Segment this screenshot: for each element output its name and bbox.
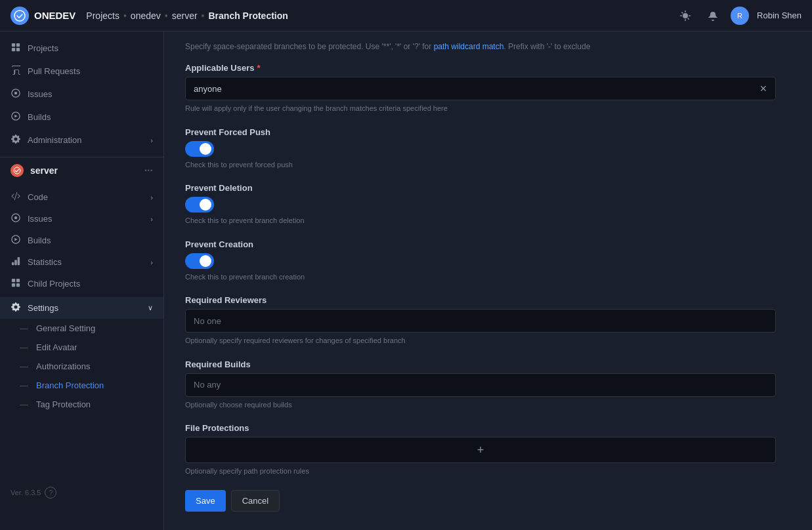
sidebar-item-settings[interactable]: Settings ∨ bbox=[0, 297, 163, 319]
sidebar-item-projects[interactable]: Projects bbox=[0, 37, 163, 60]
top-nav-actions: R Robin Shen bbox=[675, 6, 801, 26]
issues-chevron: › bbox=[150, 215, 153, 223]
svg-rect-12 bbox=[12, 279, 15, 282]
add-file-protection-button[interactable]: + bbox=[471, 441, 490, 459]
sidebar-item-issues-project[interactable]: Issues › bbox=[0, 208, 163, 230]
code-icon bbox=[11, 192, 21, 203]
sidebar-item-label: Statistics bbox=[28, 257, 62, 267]
save-button[interactable]: Save bbox=[185, 490, 226, 512]
sidebar-item-child-projects[interactable]: Child Projects bbox=[0, 273, 163, 295]
breadcrumb-sep-2: • bbox=[165, 10, 168, 21]
svg-rect-13 bbox=[16, 279, 20, 282]
sidebar-item-code[interactable]: Code › bbox=[0, 186, 163, 208]
sidebar-item-label: Code bbox=[28, 192, 48, 202]
sidebar-item-builds[interactable]: Builds bbox=[0, 106, 163, 129]
builds-icon bbox=[11, 112, 21, 123]
settings-branch-protection[interactable]: — Branch Protection bbox=[0, 376, 163, 395]
sidebar-item-issues[interactable]: Issues bbox=[0, 83, 163, 106]
breadcrumb-current: Branch Protection bbox=[209, 10, 288, 21]
prevent-forced-push-hint: Check this to prevent forced push bbox=[185, 159, 776, 171]
version-text: Ver. 6.3.5 bbox=[11, 489, 41, 497]
settings-subnav: — General Setting — Edit Avatar — Author… bbox=[0, 319, 163, 414]
prevent-creation-hint: Check this to prevent branch creation bbox=[185, 272, 776, 283]
sidebar-item-builds-project[interactable]: Builds bbox=[0, 230, 163, 251]
breadcrumb: Projects • onedev • server • Branch Prot… bbox=[86, 10, 675, 21]
required-reviewers-input[interactable]: No one bbox=[185, 309, 776, 333]
sidebar-item-label: Builds bbox=[28, 235, 51, 245]
required-builds-hint: Optionally choose required builds bbox=[185, 399, 776, 411]
theme-toggle-button[interactable] bbox=[675, 6, 695, 26]
project-more-icon[interactable]: ··· bbox=[144, 165, 153, 176]
breadcrumb-sep-1: • bbox=[123, 10, 127, 21]
svg-rect-15 bbox=[16, 283, 20, 287]
pull-requests-icon bbox=[11, 66, 21, 77]
wildcard-link[interactable]: path wildcard match bbox=[434, 42, 504, 51]
breadcrumb-projects[interactable]: Projects bbox=[86, 10, 119, 21]
settings-general[interactable]: — General Setting bbox=[0, 319, 163, 338]
settings-general-label: General Setting bbox=[36, 323, 95, 333]
breadcrumb-onedev[interactable]: onedev bbox=[131, 10, 161, 21]
cancel-button[interactable]: Cancel bbox=[231, 490, 280, 512]
prevent-creation-label: Prevent Creation bbox=[185, 239, 776, 249]
svg-rect-14 bbox=[12, 283, 15, 287]
sidebar-item-label: Builds bbox=[28, 112, 51, 122]
required-reviewers-hint: Optionally specify required reviewers fo… bbox=[185, 335, 776, 346]
sidebar-item-administration[interactable]: Administration › bbox=[0, 129, 163, 152]
prevent-creation-toggle bbox=[185, 253, 776, 269]
settings-edit-avatar[interactable]: — Edit Avatar bbox=[0, 338, 163, 357]
sidebar-item-label: Issues bbox=[28, 89, 53, 99]
applicable-users-label: Applicable Users * bbox=[185, 63, 776, 73]
top-hint-line: Specify space-separated branches to be p… bbox=[185, 41, 776, 52]
clear-button[interactable]: ✕ bbox=[759, 83, 767, 94]
app-logo[interactable]: ONEDEV bbox=[11, 7, 75, 25]
form-actions: Save Cancel bbox=[185, 490, 776, 512]
content-area: Specify space-separated branches to be p… bbox=[164, 31, 812, 530]
sidebar-item-pull-requests[interactable]: Pull Requests bbox=[0, 60, 163, 83]
sidebar-item-label: Administration bbox=[28, 135, 81, 145]
user-avatar[interactable]: R bbox=[731, 7, 749, 25]
applicable-users-hint: Rule will apply only if the user changin… bbox=[185, 103, 776, 114]
prevent-forced-push-group: Prevent Forced Push Check this to preven… bbox=[185, 127, 776, 171]
code-chevron: › bbox=[150, 194, 153, 201]
file-protections-label: File Protections bbox=[185, 423, 776, 433]
svg-point-0 bbox=[14, 10, 25, 21]
sidebar-item-statistics[interactable]: Statistics › bbox=[0, 251, 163, 273]
file-protections-hint: Optionally specify path protection rules bbox=[185, 466, 776, 477]
project-dot bbox=[11, 164, 24, 177]
builds-project-icon bbox=[11, 235, 21, 246]
applicable-users-input[interactable]: anyone ✕ bbox=[185, 77, 776, 100]
user-name[interactable]: Robin Shen bbox=[757, 10, 801, 20]
sidebar-item-label: Issues bbox=[28, 214, 53, 224]
breadcrumb-server[interactable]: server bbox=[172, 10, 198, 21]
projects-icon bbox=[11, 43, 21, 54]
sidebar-footer: Ver. 6.3.5 ? bbox=[0, 481, 163, 504]
prevent-forced-push-switch[interactable] bbox=[185, 141, 214, 157]
required-reviewers-label: Required Reviewers bbox=[185, 295, 776, 305]
prevent-forced-push-label: Prevent Forced Push bbox=[185, 127, 776, 137]
administration-chevron: › bbox=[150, 136, 153, 144]
required-builds-label: Required Builds bbox=[185, 359, 776, 369]
global-nav: Projects Pull Requests Issues Builds bbox=[0, 31, 163, 157]
prevent-deletion-switch[interactable] bbox=[185, 197, 214, 213]
svg-point-10 bbox=[14, 216, 17, 219]
settings-authorizations[interactable]: — Authorizations bbox=[0, 357, 163, 376]
sidebar-item-label: Projects bbox=[28, 43, 58, 53]
settings-authorizations-label: Authorizations bbox=[36, 361, 90, 371]
notifications-button[interactable] bbox=[703, 6, 723, 26]
svg-rect-4 bbox=[16, 48, 20, 51]
prevent-creation-group: Prevent Creation Check this to prevent b… bbox=[185, 239, 776, 283]
prevent-creation-switch[interactable] bbox=[185, 253, 214, 269]
applicable-users-group: Applicable Users * anyone ✕ Rule will ap… bbox=[185, 63, 776, 114]
top-nav: ONEDEV Projects • onedev • server • Bran… bbox=[0, 0, 812, 31]
help-button[interactable]: ? bbox=[45, 487, 56, 499]
svg-rect-3 bbox=[12, 48, 15, 51]
required-builds-input[interactable]: No any bbox=[185, 373, 776, 397]
breadcrumb-sep-3: • bbox=[202, 10, 205, 21]
issues-icon bbox=[11, 89, 21, 100]
settings-tag-protection[interactable]: — Tag Protection bbox=[0, 395, 163, 414]
sidebar-item-label: Child Projects bbox=[28, 279, 80, 289]
required-builds-group: Required Builds No any Optionally choose… bbox=[185, 359, 776, 411]
project-header[interactable]: server ··· bbox=[0, 157, 163, 184]
prevent-deletion-label: Prevent Deletion bbox=[185, 183, 776, 193]
svg-rect-2 bbox=[16, 43, 20, 47]
